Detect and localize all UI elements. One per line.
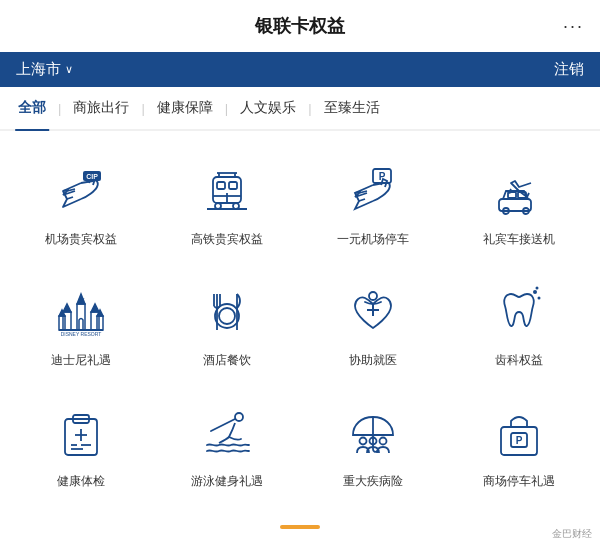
logout-button[interactable]: 注销 bbox=[554, 60, 584, 79]
svg-point-54 bbox=[360, 437, 367, 444]
separator-1: | bbox=[56, 101, 63, 116]
medical-icon bbox=[341, 280, 405, 344]
page-title: 银联卡权益 bbox=[255, 14, 345, 38]
svg-point-56 bbox=[380, 437, 387, 444]
benefits-grid: CIP 机场贵宾权益 bbox=[0, 131, 600, 517]
svg-rect-21 bbox=[77, 304, 85, 330]
svg-marker-23 bbox=[63, 304, 71, 312]
svg-rect-16 bbox=[508, 192, 516, 198]
tab-life[interactable]: 至臻生活 bbox=[314, 87, 390, 129]
svg-rect-26 bbox=[59, 316, 65, 330]
airport-vip-label: 机场贵宾权益 bbox=[45, 231, 117, 248]
grid-item-airport-vip[interactable]: CIP 机场贵宾权益 bbox=[8, 147, 154, 260]
grid-item-hotel-dining[interactable]: 酒店餐饮 bbox=[154, 268, 300, 381]
car-pickup-label: 礼宾车接送机 bbox=[483, 231, 555, 248]
scroll-indicator bbox=[280, 525, 320, 529]
svg-point-44 bbox=[536, 286, 539, 289]
separator-3: | bbox=[223, 101, 230, 116]
dental-label: 齿科权益 bbox=[495, 352, 543, 369]
disney-icon: ★ DISNEY RESORT bbox=[49, 280, 113, 344]
header: 银联卡权益 ··· bbox=[0, 0, 600, 52]
svg-text:P: P bbox=[516, 435, 523, 446]
swimming-icon bbox=[195, 401, 259, 465]
bottom-bar bbox=[0, 517, 600, 537]
parking-icon: P bbox=[341, 159, 405, 223]
svg-point-41 bbox=[369, 292, 377, 300]
svg-point-52 bbox=[235, 413, 243, 421]
disease-label: 重大疾病险 bbox=[343, 473, 403, 490]
grid-item-train-vip[interactable]: 高铁贵宾权益 bbox=[154, 147, 300, 260]
checkup-icon bbox=[49, 401, 113, 465]
watermark: 金巴财经 bbox=[552, 527, 592, 541]
top-bar: 上海市 ∨ 注销 bbox=[0, 52, 600, 87]
mall-parking-label: 商场停车礼遇 bbox=[483, 473, 555, 490]
mall-parking-icon: P bbox=[487, 401, 551, 465]
svg-text:DISNEY RESORT: DISNEY RESORT bbox=[61, 331, 102, 337]
separator-4: | bbox=[306, 101, 313, 116]
svg-marker-25 bbox=[91, 304, 99, 312]
medical-label: 协助就医 bbox=[349, 352, 397, 369]
svg-rect-4 bbox=[229, 182, 237, 189]
hotel-dining-icon bbox=[195, 280, 259, 344]
more-button[interactable]: ··· bbox=[563, 16, 584, 37]
checkup-label: 健康体检 bbox=[57, 473, 105, 490]
airport-vip-icon: CIP bbox=[49, 159, 113, 223]
grid-item-checkup[interactable]: 健康体检 bbox=[8, 389, 154, 502]
grid-item-medical[interactable]: 协助就医 bbox=[300, 268, 446, 381]
tab-culture[interactable]: 人文娱乐 bbox=[230, 87, 306, 129]
grid-item-mall-parking[interactable]: P 商场停车礼遇 bbox=[446, 389, 592, 502]
dental-icon bbox=[487, 280, 551, 344]
train-vip-label: 高铁贵宾权益 bbox=[191, 231, 263, 248]
grid-item-disney[interactable]: ★ DISNEY RESORT 迪士尼礼遇 bbox=[8, 268, 154, 381]
svg-rect-27 bbox=[97, 316, 103, 330]
city-selector[interactable]: 上海市 ∨ bbox=[16, 60, 73, 79]
tab-health[interactable]: 健康保障 bbox=[147, 87, 223, 129]
svg-text:CIP: CIP bbox=[86, 173, 98, 180]
nav-tabs: 全部 | 商旅出行 | 健康保障 | 人文娱乐 | 至臻生活 bbox=[0, 87, 600, 131]
separator-2: | bbox=[139, 101, 146, 116]
svg-text:★: ★ bbox=[78, 295, 85, 304]
disney-label: 迪士尼礼遇 bbox=[51, 352, 111, 369]
car-pickup-icon bbox=[487, 159, 551, 223]
grid-item-swimming[interactable]: 游泳健身礼遇 bbox=[154, 389, 300, 502]
disease-icon bbox=[341, 401, 405, 465]
grid-item-disease[interactable]: 重大疾病险 bbox=[300, 389, 446, 502]
svg-point-38 bbox=[219, 308, 235, 324]
hotel-dining-label: 酒店餐饮 bbox=[203, 352, 251, 369]
chevron-down-icon: ∨ bbox=[65, 63, 73, 76]
svg-point-43 bbox=[538, 296, 541, 299]
grid-item-car-pickup[interactable]: 礼宾车接送机 bbox=[446, 147, 592, 260]
grid-item-parking[interactable]: P 一元机场停车 bbox=[300, 147, 446, 260]
svg-rect-3 bbox=[217, 182, 225, 189]
swimming-label: 游泳健身礼遇 bbox=[191, 473, 263, 490]
svg-text:P: P bbox=[379, 171, 386, 182]
parking-label: 一元机场停车 bbox=[337, 231, 409, 248]
svg-point-42 bbox=[533, 290, 537, 294]
grid-item-dental[interactable]: 齿科权益 bbox=[446, 268, 592, 381]
city-label: 上海市 bbox=[16, 60, 61, 79]
tab-travel[interactable]: 商旅出行 bbox=[63, 87, 139, 129]
train-vip-icon bbox=[195, 159, 259, 223]
tab-all[interactable]: 全部 bbox=[8, 87, 56, 129]
